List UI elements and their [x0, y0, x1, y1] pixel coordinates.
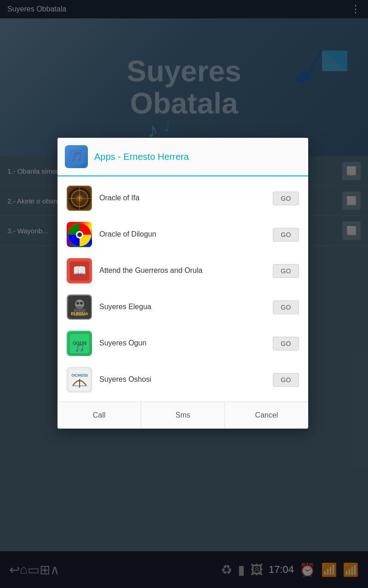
ogun-go-button[interactable]: GO: [273, 337, 299, 351]
app-row-ogun[interactable]: OGUN 🎵 Suyeres Ogun GO: [58, 325, 308, 362]
guerreros-go-button[interactable]: GO: [273, 264, 299, 278]
svg-text:📖: 📖: [73, 264, 86, 277]
svg-point-24: [76, 302, 79, 305]
oracle-dilogun-label: Oracle of Dilogun: [99, 230, 273, 239]
svg-text:OCHOSI: OCHOSI: [71, 373, 88, 378]
elegua-go-button[interactable]: GO: [273, 300, 299, 314]
dialog-content: ✝ Oracle of Ifa GO Oracle of Dilogun: [58, 176, 308, 401]
app-row-guerreros[interactable]: 📖 Attend the Guerreros and Orula GO: [58, 253, 308, 289]
ogun-icon: OGUN 🎵: [67, 331, 92, 356]
sms-button[interactable]: Sms: [141, 402, 225, 429]
svg-point-16: [77, 232, 82, 237]
app-row-elegua[interactable]: ELEGUA Suyeres Elegua GO: [58, 289, 308, 325]
svg-text:ELEGUA: ELEGUA: [71, 311, 88, 316]
app-row-oracle-ifa[interactable]: ✝ Oracle of Ifa GO: [58, 180, 308, 216]
svg-text:🎵: 🎵: [75, 343, 85, 353]
oracle-ifa-go-button[interactable]: GO: [273, 192, 299, 205]
oshosi-label: Suyeres Oshosi: [99, 375, 273, 384]
oracle-ifa-icon: ✝: [67, 186, 92, 211]
svg-point-25: [80, 302, 83, 305]
svg-text:🎵: 🎵: [70, 151, 83, 163]
guerreros-label: Attend the Guerreros and Orula: [99, 266, 273, 276]
call-button[interactable]: Call: [58, 402, 141, 429]
dialog-footer: Call Sms Cancel: [58, 401, 308, 429]
oracle-ifa-label: Oracle of Ifa: [99, 193, 273, 203]
svg-text:✝: ✝: [77, 195, 82, 202]
dialog-header-icon: 🎵: [65, 145, 88, 168]
guerreros-icon: 📖: [67, 258, 92, 283]
elegua-icon: ELEGUA: [67, 294, 92, 320]
oracle-dilogun-icon: [67, 222, 92, 247]
dialog-header: 🎵 Apps - Ernesto Herrera: [58, 138, 308, 176]
oracle-dilogun-go-button[interactable]: GO: [273, 228, 299, 242]
dialog-title: Apps - Ernesto Herrera: [94, 152, 189, 162]
oshosi-go-button[interactable]: GO: [273, 373, 299, 387]
app-row-oshosi[interactable]: OCHOSI Suyeres Oshosi GO: [58, 362, 308, 398]
apps-dialog: 🎵 Apps - Ernesto Herrera ✝ Oracle of Ifa…: [58, 138, 308, 429]
app-row-oracle-dilogun[interactable]: Oracle of Dilogun GO: [58, 216, 308, 253]
oshosi-icon: OCHOSI: [67, 367, 92, 392]
cancel-button[interactable]: Cancel: [225, 402, 308, 429]
elegua-label: Suyeres Elegua: [99, 302, 273, 312]
ogun-label: Suyeres Ogun: [99, 339, 273, 348]
